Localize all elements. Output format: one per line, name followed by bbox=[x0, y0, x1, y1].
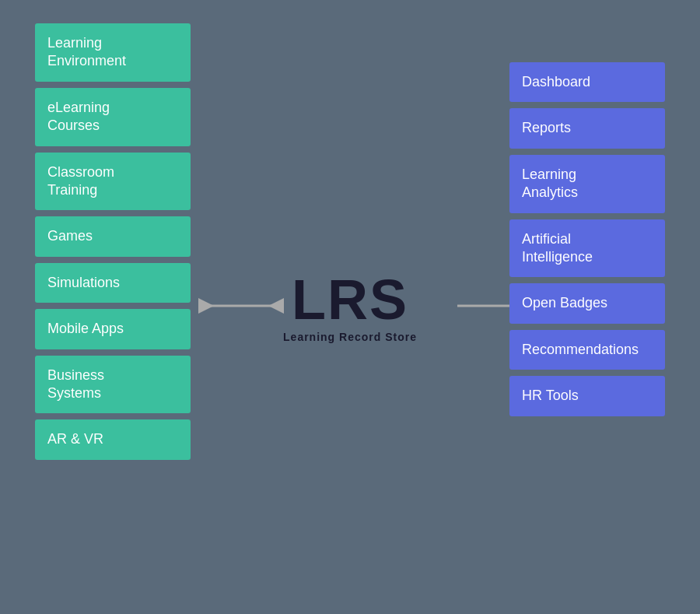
right-column: DashboardReportsLearning AnalyticsArtifi… bbox=[509, 62, 665, 416]
right-box-5: Recommendations bbox=[509, 330, 665, 370]
right-box-2: Learning Analytics bbox=[509, 155, 665, 213]
right-box-6: HR Tools bbox=[509, 376, 665, 416]
left-box-7: AR & VR bbox=[35, 419, 191, 459]
diagram-container: Learning EnvironmenteLearning CoursesCla… bbox=[0, 0, 700, 614]
double-arrow-icon bbox=[198, 294, 284, 318]
left-box-4: Simulations bbox=[35, 263, 191, 303]
right-box-0: Dashboard bbox=[509, 62, 665, 102]
right-box-4: Open Badges bbox=[509, 283, 665, 323]
lrs-title: LRS bbox=[292, 272, 408, 328]
left-box-5: Mobile Apps bbox=[35, 309, 191, 349]
center-block: LRS Learning Record Store bbox=[283, 272, 417, 343]
left-box-0: Learning Environment bbox=[35, 23, 191, 82]
left-box-3: Games bbox=[35, 216, 191, 256]
left-box-1: eLearning Courses bbox=[35, 88, 191, 146]
left-column: Learning EnvironmenteLearning CoursesCla… bbox=[35, 23, 191, 460]
left-arrow bbox=[198, 294, 284, 321]
left-box-6: Business Systems bbox=[35, 356, 191, 414]
right-box-1: Reports bbox=[509, 108, 665, 148]
right-box-3: Artificial Intelligence bbox=[509, 219, 665, 278]
left-box-2: Classroom Training bbox=[35, 153, 191, 211]
lrs-subtitle: Learning Record Store bbox=[283, 331, 417, 343]
